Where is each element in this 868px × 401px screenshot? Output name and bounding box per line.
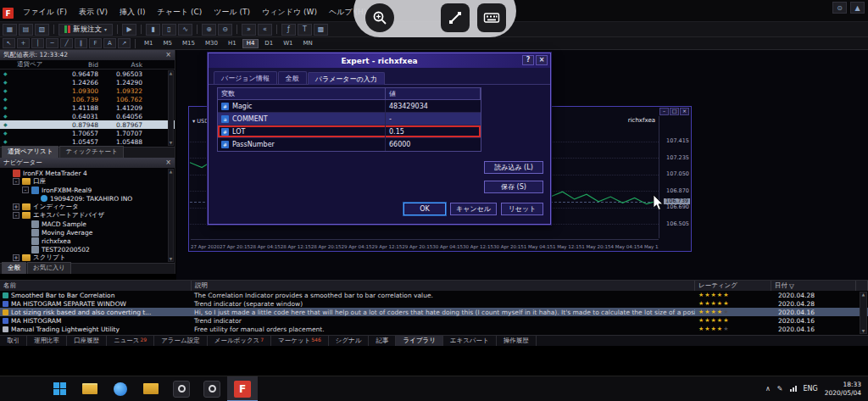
terminal-tab-5[interactable]: メールボックス7	[208, 336, 271, 346]
expander-icon[interactable]: +	[13, 203, 19, 210]
candles-icon[interactable]: ▮	[146, 24, 160, 36]
market-watch-row[interactable]: ◆1.706571.70707	[0, 129, 175, 137]
nav-item[interactable]: Moving Average	[0, 228, 175, 237]
periods-icon[interactable]: T	[298, 24, 312, 36]
nav-item[interactable]: MACD Sample	[0, 220, 175, 228]
timeframe-M30[interactable]: M30	[201, 39, 222, 48]
library-row[interactable]: MA HISTOGRAM SEPARATE WINDOWTrend indica…	[0, 299, 868, 308]
terminal-tab-10[interactable]: エキスパート	[443, 336, 497, 346]
hline-icon[interactable]: ─	[46, 38, 58, 48]
library-row[interactable]: MA HISTOGRAMTrend indicator★★★★★2020.04.…	[0, 316, 868, 325]
maximize-icon[interactable]: □	[670, 108, 679, 115]
param-row[interactable]: #Magic483429034	[218, 100, 481, 113]
keyboard-button[interactable]	[477, 3, 506, 32]
cancel-button[interactable]: キャンセル	[450, 203, 497, 215]
nav-item[interactable]: +インディケータ	[0, 203, 175, 211]
timeframe-W1[interactable]: W1	[279, 39, 297, 48]
menu-item-5[interactable]: ウィンドウ (W)	[256, 6, 323, 20]
network-icon[interactable]	[790, 386, 797, 392]
col-ask[interactable]: Ask	[103, 61, 147, 69]
navigator-scrollbar[interactable]: ▲▼	[168, 169, 174, 262]
line-icon[interactable]: ∿	[178, 24, 192, 36]
terminal-tab-11[interactable]: 操作履歴	[497, 336, 537, 346]
market-watch-row[interactable]: ◆1.411881.41209	[0, 103, 175, 112]
terminal-scrollbar[interactable]: ▲▼	[860, 292, 867, 334]
nav-item[interactable]: -口座	[0, 177, 175, 186]
taskbar-icon-explorer[interactable]	[75, 376, 105, 401]
dialog-tab-0[interactable]: バージョン情報	[214, 71, 277, 84]
close-icon[interactable]: ×	[165, 52, 171, 58]
col-description[interactable]: 説明	[192, 281, 695, 291]
terminal-tab-0[interactable]: 取引	[0, 336, 27, 346]
autotrade-icon[interactable]: ▶	[122, 24, 136, 36]
collapse-icon[interactable]: ▲	[850, 2, 865, 14]
terminal-tab-9[interactable]: ライブラリ	[396, 336, 442, 346]
annotate-button[interactable]	[441, 3, 470, 32]
terminal-tab-3[interactable]: ニュース29	[107, 336, 154, 346]
nav-item[interactable]: +スクリプト	[0, 253, 175, 262]
language-indicator[interactable]: ENG	[804, 385, 818, 393]
tray-pen-icon[interactable]: ✎	[777, 385, 783, 393]
minimize-icon[interactable]: –	[659, 108, 669, 115]
tray-chevron-icon[interactable]: ∧	[765, 385, 771, 393]
price-axis[interactable]: 107.415107.235107.050106.870106.690106.5…	[659, 116, 691, 238]
new-order-button[interactable]: 新規注文▾	[58, 24, 113, 36]
col-rating[interactable]: レーティング	[695, 281, 771, 291]
nav-item[interactable]: TEST20200502	[0, 245, 175, 253]
ok-button[interactable]: OK	[403, 203, 446, 215]
chart-plus-icon[interactable]: ▧	[35, 24, 49, 36]
indicators-icon[interactable]: ƒ	[281, 24, 296, 36]
expander-icon[interactable]: -	[13, 178, 19, 185]
market-watch-row[interactable]: ◆0.964780.96503	[0, 70, 175, 78]
param-row[interactable]: #LOT0.15	[218, 125, 481, 138]
load-button[interactable]: 読み込み (L)	[484, 161, 543, 174]
market-watch-row[interactable]: ◆1.054571.05488	[0, 137, 175, 146]
taskbar-icon-app2[interactable]	[197, 376, 227, 401]
search-icon[interactable]: ⊙	[832, 2, 847, 14]
col-bid[interactable]: Bid	[59, 61, 103, 69]
arrow-icon[interactable]: ↗	[118, 38, 131, 48]
param-value-cell[interactable]: 66000	[386, 141, 481, 148]
close-icon[interactable]: ×	[536, 55, 548, 65]
timeframe-D1[interactable]: D1	[260, 39, 277, 48]
param-value-cell[interactable]: 483429034	[386, 103, 481, 110]
channel-icon[interactable]: ∥	[75, 38, 87, 48]
market-watch-tab-1[interactable]: ティックチャート	[59, 146, 123, 158]
reset-button[interactable]: リセット	[501, 203, 543, 215]
market-watch-row[interactable]: ◆1.093001.09322	[0, 86, 175, 95]
menu-item-4[interactable]: ツール (T)	[208, 6, 256, 20]
param-value-cell[interactable]: 0.15	[386, 128, 481, 136]
market-watch-scrollbar[interactable]: ▲▼	[168, 70, 174, 146]
menu-item-2[interactable]: 挿入 (I)	[114, 6, 152, 20]
col-date[interactable]: 日付▽	[771, 281, 856, 291]
grid-icon[interactable]: ▤	[19, 24, 33, 36]
terminal-tab-4[interactable]: アラーム設定	[154, 336, 208, 346]
menu-item-3[interactable]: チャート (C)	[152, 6, 209, 20]
taskbar-icon-start[interactable]	[44, 376, 75, 401]
save-button[interactable]: 保存 (S)	[484, 181, 543, 193]
shift-icon[interactable]: «	[258, 24, 272, 36]
library-row[interactable]: Lot sizing risk based and also convertin…	[0, 308, 868, 316]
taskbar-icon-metatrader[interactable]: F	[227, 376, 258, 401]
navigator-tab-0[interactable]: 全般	[2, 262, 26, 274]
crosshair-icon[interactable]: +	[17, 38, 30, 48]
dialog-tab-1[interactable]: 全般	[278, 71, 307, 84]
timeframe-M1[interactable]: M1	[140, 39, 158, 48]
market-watch-row[interactable]: ◆0.640310.64056	[0, 112, 175, 120]
timeframe-H1[interactable]: H1	[224, 39, 241, 48]
scroll-icon[interactable]: »	[242, 24, 256, 36]
menu-item-0[interactable]: ファイル (F)	[17, 6, 73, 20]
param-row[interactable]: aCOMMENT-	[218, 113, 481, 125]
fibo-icon[interactable]: F	[89, 38, 102, 48]
window-icon[interactable]: ▦	[3, 24, 17, 36]
terminal-tab-6[interactable]: マーケット546	[271, 336, 329, 346]
expander-icon[interactable]: -	[22, 187, 29, 193]
market-watch-row[interactable]: ◆1.242661.24290	[0, 78, 175, 86]
terminal-tab-8[interactable]: 記事	[369, 336, 396, 346]
time-axis[interactable]: 27 Apr 202027 Apr 20:1528 Apr 04:1528 Ap…	[191, 239, 659, 250]
param-row[interactable]: #PassNumber66000	[218, 138, 481, 151]
nav-item[interactable]: -IronFXBM-Real9	[0, 186, 175, 194]
zoom-in-icon[interactable]: ⊕	[202, 24, 216, 36]
navigator-tab-1[interactable]: お気に入り	[27, 262, 71, 274]
trend-icon[interactable]: ╱	[60, 38, 73, 48]
